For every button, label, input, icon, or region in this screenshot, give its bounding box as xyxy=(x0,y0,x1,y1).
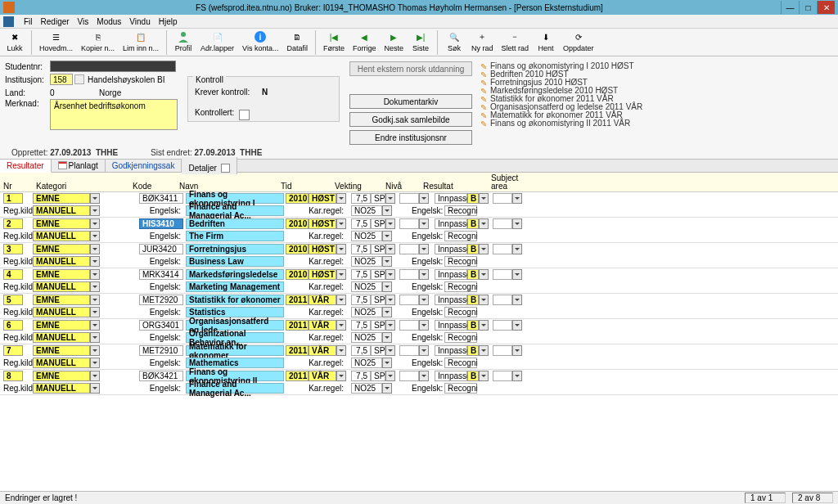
manuell-dropdown[interactable] xyxy=(90,358,100,368)
cell-subject[interactable] xyxy=(493,295,512,305)
subject-dropdown[interactable] xyxy=(512,371,522,381)
cell-nr[interactable]: 4 xyxy=(3,269,23,280)
cell-sem[interactable]: HØST xyxy=(309,218,336,229)
right-list-item[interactable]: Statistikk for økonomer 2011 VÅR xyxy=(480,94,657,102)
kategori-dropdown[interactable] xyxy=(90,295,100,305)
vekt-dropdown[interactable] xyxy=(385,371,395,381)
cell-kategori[interactable]: EMNE xyxy=(33,295,90,305)
menu-modus[interactable]: Modus xyxy=(97,17,121,26)
sem-dropdown[interactable] xyxy=(336,371,346,381)
cell-vekt-type[interactable]: SP xyxy=(371,269,385,280)
tb-lukk[interactable]: ✖Lukk xyxy=(3,30,26,52)
cell-manuell[interactable]: MANUELL xyxy=(33,332,90,343)
kategori-dropdown[interactable] xyxy=(90,218,100,229)
cell-nr[interactable]: 5 xyxy=(3,295,23,305)
cell-subject[interactable] xyxy=(493,193,512,204)
cell-year[interactable]: 2011 xyxy=(286,345,309,356)
cell-navn[interactable]: Bedriften xyxy=(186,218,284,229)
cell-year[interactable]: 2010 xyxy=(286,269,309,280)
cell-sem[interactable]: VÅR xyxy=(309,371,336,381)
right-list-item[interactable]: Organisasjonsatferd og ledelse 2011 VÅR xyxy=(480,102,657,110)
cell-karregel[interactable]: NO25 xyxy=(351,332,382,343)
cell-eng-res[interactable]: Recogni xyxy=(444,205,477,216)
cell-kategori[interactable]: EMNE xyxy=(33,371,90,381)
cell-subject[interactable] xyxy=(493,269,512,280)
tb-kopier[interactable]: ⎘Kopier n... xyxy=(79,30,117,52)
niva-dropdown[interactable] xyxy=(419,320,429,331)
res-dropdown[interactable] xyxy=(479,244,489,254)
cell-kode[interactable]: BØK3411 xyxy=(139,193,183,204)
cell-vekt-type[interactable]: SP xyxy=(371,193,385,204)
tb-hent[interactable]: ⬇Hent xyxy=(534,30,557,52)
res-dropdown[interactable] xyxy=(479,218,489,229)
cell-karregel[interactable]: NO25 xyxy=(351,256,382,267)
subject-dropdown[interactable] xyxy=(512,269,522,280)
vekt-dropdown[interactable] xyxy=(385,269,395,280)
cell-sem[interactable]: HØST xyxy=(309,269,336,280)
manuell-dropdown[interactable] xyxy=(90,383,100,394)
close-button[interactable]: ✕ xyxy=(817,1,835,14)
vekt-dropdown[interactable] xyxy=(385,193,395,204)
subject-dropdown[interactable] xyxy=(512,295,522,305)
niva-dropdown[interactable] xyxy=(419,193,429,204)
sem-dropdown[interactable] xyxy=(336,295,346,305)
cell-kode[interactable]: HIS3410 xyxy=(139,218,183,229)
cell-resultat[interactable]: Innpasse xyxy=(435,320,467,331)
res-dropdown[interactable] xyxy=(479,345,489,356)
cell-niva[interactable] xyxy=(399,193,419,204)
field-studentnr[interactable] xyxy=(50,61,176,72)
cell-kode[interactable]: MET2920 xyxy=(139,295,183,305)
cell-nr[interactable]: 6 xyxy=(3,320,23,331)
cell-nr[interactable]: 1 xyxy=(3,193,23,204)
res-dropdown[interactable] xyxy=(479,371,489,381)
cell-kategori[interactable]: EMNE xyxy=(33,193,90,204)
manuell-dropdown[interactable] xyxy=(90,307,100,317)
kar-dropdown[interactable] xyxy=(382,231,392,241)
tb-neste[interactable]: ▶Neste xyxy=(382,30,407,52)
cell-nr[interactable]: 8 xyxy=(3,371,23,381)
menu-vis[interactable]: Vis xyxy=(78,17,89,26)
cell-engelsk-navn[interactable]: Finance and Managerial Ac... xyxy=(186,205,284,216)
btn-endre[interactable]: Endre institusjonsnr xyxy=(349,130,472,145)
niva-dropdown[interactable] xyxy=(419,295,429,305)
cell-year[interactable]: 2011 xyxy=(286,371,309,381)
cell-eng-res[interactable]: Recogni xyxy=(444,307,477,317)
cell-subject[interactable] xyxy=(493,244,512,254)
cell-resultat-grade[interactable]: B xyxy=(467,345,479,356)
tb-slettrad[interactable]: －Slett rad xyxy=(499,30,532,52)
kar-dropdown[interactable] xyxy=(382,332,392,343)
menu-hjelp[interactable]: Hjelp xyxy=(159,17,178,26)
cell-manuell[interactable]: MANUELL xyxy=(33,205,90,216)
cell-manuell[interactable]: MANUELL xyxy=(33,256,90,267)
cell-year[interactable]: 2011 xyxy=(286,320,309,331)
cell-karregel[interactable]: NO25 xyxy=(351,205,382,216)
cell-subject[interactable] xyxy=(493,345,512,356)
res-dropdown[interactable] xyxy=(479,269,489,280)
menu-vindu[interactable]: Vindu xyxy=(129,17,150,26)
manuell-dropdown[interactable] xyxy=(90,231,100,241)
btn-hent-ext[interactable]: Hent ekstern norsk utdanning xyxy=(349,61,472,76)
cell-vekt-type[interactable]: SP xyxy=(371,345,385,356)
cell-resultat[interactable]: Innpasse xyxy=(435,269,467,280)
sem-dropdown[interactable] xyxy=(336,193,346,204)
cell-vekt-num[interactable]: 7,5 xyxy=(351,295,371,305)
tb-viskonta[interactable]: iVis konta... xyxy=(240,30,281,52)
kategori-dropdown[interactable] xyxy=(90,193,100,204)
cell-engelsk-navn[interactable]: The Firm xyxy=(186,231,284,241)
niva-dropdown[interactable] xyxy=(419,269,429,280)
vekt-dropdown[interactable] xyxy=(385,320,395,331)
cell-subject[interactable] xyxy=(493,371,512,381)
cell-vekt-num[interactable]: 7,5 xyxy=(351,345,371,356)
cell-resultat[interactable]: Innpasse xyxy=(435,244,467,254)
cell-kategori[interactable]: EMNE xyxy=(33,244,90,254)
cell-subject[interactable] xyxy=(493,218,512,229)
cell-vekt-num[interactable]: 7,5 xyxy=(351,193,371,204)
cell-karregel[interactable]: NO25 xyxy=(351,281,382,292)
cell-resultat[interactable]: Innpasse xyxy=(435,371,467,381)
tab-godkj[interactable]: Godkjenningssak xyxy=(106,160,182,172)
cell-niva[interactable] xyxy=(399,295,419,305)
cell-resultat-grade[interactable]: B xyxy=(467,295,479,305)
cell-year[interactable]: 2010 xyxy=(286,244,309,254)
tb-forste[interactable]: |◀Første xyxy=(321,30,347,52)
vekt-dropdown[interactable] xyxy=(385,345,395,356)
